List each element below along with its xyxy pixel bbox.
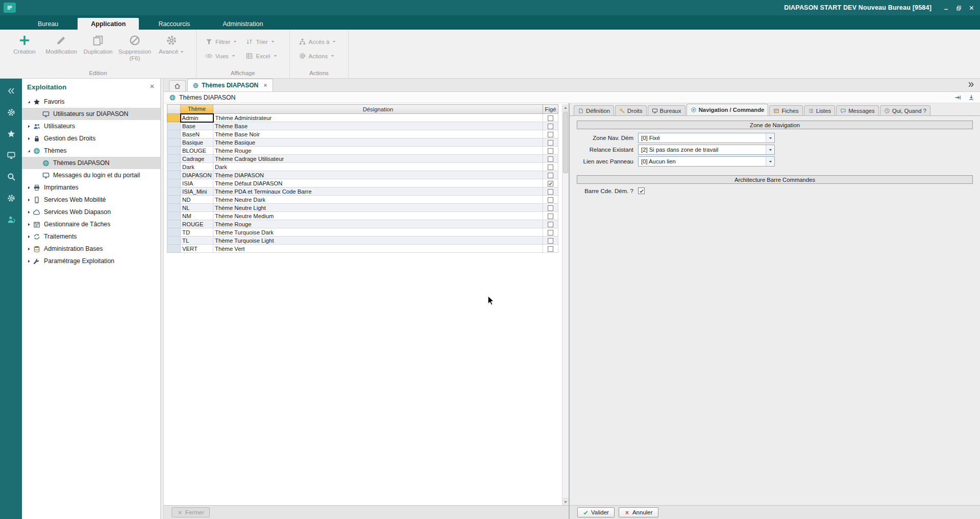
row-selector[interactable] bbox=[167, 204, 181, 212]
fige-checkbox[interactable] bbox=[548, 205, 553, 211]
tree-collapse-icon[interactable] bbox=[25, 100, 32, 104]
creation-button[interactable]: Création bbox=[6, 31, 43, 55]
fige-cell[interactable] bbox=[543, 196, 558, 204]
sidebar-item-utilisateurs-sur-diapason[interactable]: Utilisateurs sur DIAPASON bbox=[22, 108, 160, 120]
fige-checkbox[interactable] bbox=[548, 230, 553, 235]
theme-cell[interactable]: Cadrage bbox=[181, 155, 213, 163]
tree-expand-icon[interactable] bbox=[25, 124, 32, 129]
designation-cell[interactable]: Thème DIAPASON bbox=[213, 171, 543, 179]
vues-button[interactable]: Vues bbox=[203, 51, 240, 61]
menu-tab-application[interactable]: Application bbox=[78, 18, 139, 30]
tab-overflow-icon[interactable] bbox=[967, 81, 975, 90]
designation-cell[interactable]: Thème Rouge bbox=[213, 147, 543, 155]
row-selector[interactable] bbox=[167, 196, 181, 204]
sidebar-item-parametrage-exploitation[interactable]: Paramétrage Exploitation bbox=[22, 255, 160, 267]
chevron-down-icon[interactable] bbox=[766, 145, 774, 154]
fige-cell[interactable] bbox=[543, 171, 558, 179]
menu-tab-raccourcis[interactable]: Raccourcis bbox=[145, 18, 203, 30]
detail-tab-definition[interactable]: Définition bbox=[574, 105, 614, 115]
excel-button[interactable]: Excel bbox=[243, 51, 280, 61]
menu-tab-bureau[interactable]: Bureau bbox=[24, 18, 71, 30]
detail-tab-navigation-commande[interactable]: Navigation / Commande bbox=[687, 104, 769, 115]
lien-avec-panneau-combo[interactable]: [0] Aucun lien bbox=[638, 156, 775, 167]
row-selector[interactable] bbox=[167, 122, 181, 130]
duplication-button[interactable]: Duplication bbox=[80, 31, 116, 55]
theme-cell[interactable]: Base bbox=[181, 122, 213, 130]
theme-cell[interactable]: TL bbox=[181, 237, 213, 245]
strip-favorites-button[interactable] bbox=[6, 129, 17, 139]
row-selector[interactable] bbox=[167, 212, 181, 220]
row-selector[interactable] bbox=[167, 245, 181, 253]
vertical-scrollbar[interactable] bbox=[562, 104, 569, 505]
sidebar-item-traitements[interactable]: Traitements bbox=[22, 230, 160, 243]
row-selector[interactable] bbox=[167, 171, 181, 179]
row-selector[interactable] bbox=[167, 114, 181, 122]
row-selector[interactable] bbox=[167, 187, 181, 196]
detail-tab-listes[interactable]: Listes bbox=[804, 105, 836, 115]
detail-tab-fiches[interactable]: Fiches bbox=[769, 105, 802, 115]
fige-checkbox[interactable] bbox=[548, 164, 553, 170]
fige-checkbox[interactable] bbox=[548, 140, 553, 146]
sidebar-item-favoris[interactable]: Favoris bbox=[22, 96, 160, 108]
modification-button[interactable]: Modification bbox=[43, 31, 80, 55]
strip-search-button[interactable] bbox=[6, 172, 17, 182]
row-selector[interactable] bbox=[167, 163, 181, 171]
designation-cell[interactable]: Thème Défaut DIAPASON bbox=[213, 179, 543, 187]
barre-cde-dem-checkbox[interactable] bbox=[638, 187, 645, 194]
designation-cell[interactable]: Thème PDA et Terminaux Code Barre bbox=[213, 187, 543, 196]
menu-tab-administration[interactable]: Administration bbox=[209, 18, 276, 30]
designation-cell[interactable]: Thème Vert bbox=[213, 245, 543, 253]
tree-collapse-icon[interactable] bbox=[25, 149, 32, 153]
theme-cell[interactable]: Basique bbox=[181, 138, 213, 147]
sidebar-item-gestion-des-droits[interactable]: Gestion des Droits bbox=[22, 132, 160, 145]
theme-cell[interactable]: Admin bbox=[181, 114, 213, 122]
acces-a-button[interactable]: Accès à bbox=[296, 37, 339, 46]
fige-cell[interactable] bbox=[543, 155, 558, 163]
strip-collapse-button[interactable] bbox=[6, 86, 17, 96]
designation-cell[interactable]: Thème Base Noir bbox=[213, 130, 543, 138]
detail-tab-droits[interactable]: Droits bbox=[615, 105, 647, 115]
theme-cell[interactable]: ISIA_Mini bbox=[181, 187, 213, 196]
theme-cell[interactable]: ISIA bbox=[181, 179, 213, 187]
fige-checkbox[interactable] bbox=[548, 124, 553, 129]
scroll-down-icon[interactable] bbox=[562, 498, 569, 505]
fige-checkbox[interactable] bbox=[548, 148, 553, 154]
detail-tab-bureaux[interactable]: Bureaux bbox=[648, 105, 685, 115]
tree-expand-icon[interactable] bbox=[25, 185, 32, 190]
strip-desktops-button[interactable] bbox=[6, 150, 17, 160]
column-header-theme[interactable]: Thème bbox=[181, 105, 213, 114]
strip-configuration-button[interactable] bbox=[6, 193, 17, 203]
sidebar-item-themes[interactable]: Thèmes bbox=[22, 145, 160, 157]
annuler-button[interactable]: Annuler bbox=[619, 507, 658, 517]
tree-expand-icon[interactable] bbox=[25, 259, 32, 264]
designation-cell[interactable]: Thème Neutre Dark bbox=[213, 196, 543, 204]
theme-cell[interactable]: NM bbox=[181, 212, 213, 220]
actions-button[interactable]: Actions bbox=[296, 51, 339, 61]
fige-cell[interactable] bbox=[543, 245, 558, 253]
detail-tab-qui-quand[interactable]: Qui, Quand ? bbox=[880, 105, 930, 115]
close-button[interactable] bbox=[965, 0, 978, 15]
sidebar-item-services-web-mobilite[interactable]: Services Web Mobilité bbox=[22, 194, 160, 206]
row-selector[interactable] bbox=[167, 220, 181, 228]
row-selector[interactable] bbox=[167, 138, 181, 147]
fige-cell[interactable] bbox=[543, 187, 558, 196]
fige-cell[interactable] bbox=[543, 114, 558, 122]
fige-checkbox[interactable] bbox=[548, 115, 553, 121]
fige-cell[interactable] bbox=[543, 237, 558, 245]
tab-home[interactable] bbox=[169, 80, 186, 91]
row-selector[interactable] bbox=[167, 155, 181, 163]
designation-cell[interactable]: Thème Neutre Medium bbox=[213, 212, 543, 220]
tab-close-icon[interactable] bbox=[263, 83, 268, 88]
tree-expand-icon[interactable] bbox=[25, 210, 32, 215]
fige-cell[interactable] bbox=[543, 147, 558, 155]
fermer-button[interactable]: Fermer bbox=[172, 507, 210, 517]
suppression-f6-button[interactable]: Suppression (F6) bbox=[116, 31, 153, 62]
restore-button[interactable] bbox=[952, 0, 965, 15]
fige-checkbox[interactable] bbox=[548, 156, 553, 162]
fige-checkbox[interactable] bbox=[548, 197, 553, 203]
fige-checkbox[interactable] bbox=[548, 214, 553, 219]
fige-cell[interactable] bbox=[543, 179, 558, 187]
fige-checkbox[interactable] bbox=[548, 173, 553, 178]
designation-cell[interactable]: Thème Base bbox=[213, 122, 543, 130]
fige-checkbox-checked[interactable] bbox=[548, 181, 553, 186]
